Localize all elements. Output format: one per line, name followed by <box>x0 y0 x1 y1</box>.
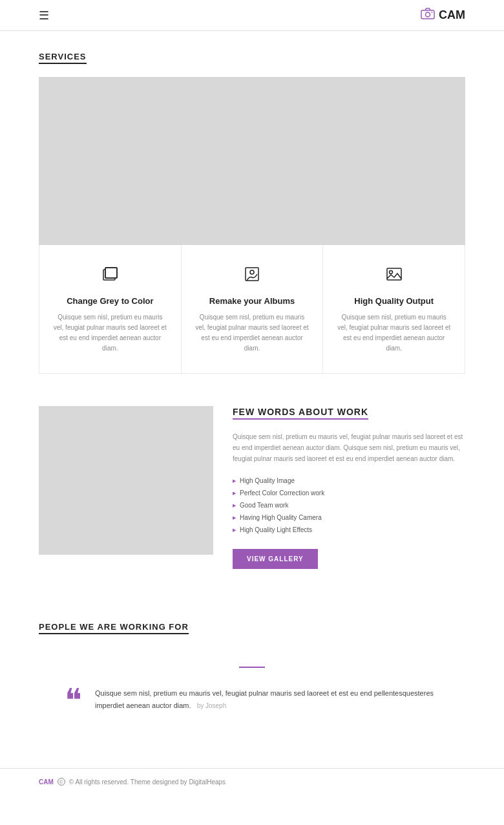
feature-list: High Quality Image Perfect Color Correct… <box>233 475 465 536</box>
camera-icon <box>421 8 435 23</box>
view-gallery-button[interactable]: VIEW GALLERY <box>233 549 318 569</box>
svg-rect-8 <box>387 268 401 280</box>
testimonial-text: Quisque sem nisl, pretium eu mauris vel,… <box>95 687 439 711</box>
about-content: FEW WORDS ABOUT WORK Quisque sem nisl, p… <box>233 406 465 569</box>
logo-text: CAM <box>439 8 465 22</box>
svg-rect-0 <box>421 10 434 19</box>
people-title: PEOPLE WE ARE WORKING FOR <box>39 622 189 634</box>
svg-point-7 <box>250 270 254 274</box>
testimonial-inner: ❝ Quisque sem nisl, pretium eu mauris ve… <box>39 687 465 716</box>
service-card-2-desc: Quisque sem nisl, pretium eu mauris vel,… <box>194 312 310 354</box>
svg-point-2 <box>432 12 433 13</box>
testimonial-author: by Joseph <box>197 702 227 709</box>
feature-item-4: Having High Quality Camera <box>233 511 465 524</box>
service-card-1-title: Change Grey to Color <box>52 296 168 306</box>
testimonial-container: ❝ Quisque sem nisl, pretium eu mauris ve… <box>39 647 465 723</box>
testimonial-divider <box>239 667 265 668</box>
quote-icon: ❝ <box>65 684 82 716</box>
color-change-icon <box>52 264 168 288</box>
feature-item-3: Good Team work <box>233 499 465 511</box>
service-card-3-title: High Quality Output <box>336 296 452 306</box>
service-card-2: Remake your Albums Quisque sem nisl, pre… <box>182 245 324 373</box>
hero-image <box>39 77 465 245</box>
footer: CAM © © All rights reserved. Theme desig… <box>0 768 504 795</box>
album-icon <box>194 264 310 288</box>
feature-item-5: High Quality Light Effects <box>233 524 465 536</box>
about-section: FEW WORDS ABOUT WORK Quisque sem nisl, p… <box>0 374 504 601</box>
about-title: FEW WORDS ABOUT WORK <box>233 407 368 420</box>
services-title: SERVICES <box>39 52 87 64</box>
feature-item-2: Perfect Color Correction work <box>233 487 465 499</box>
svg-rect-4 <box>105 268 117 278</box>
about-image <box>39 406 213 555</box>
feature-item-1: High Quality Image <box>233 475 465 487</box>
footer-copyright: © All rights reserved. Theme designed by… <box>69 778 226 786</box>
service-card-2-title: Remake your Albums <box>194 296 310 306</box>
output-icon <box>336 264 452 288</box>
about-desc: Quisque sem nisl, pretium eu mauris vel,… <box>233 431 465 464</box>
footer-brand: CAM <box>39 778 54 786</box>
service-card-1: Change Grey to Color Quisque sem nisl, p… <box>39 245 182 373</box>
people-section: PEOPLE WE ARE WORKING FOR ❝ Quisque sem … <box>0 601 504 749</box>
copyright-icon: © <box>58 778 65 786</box>
service-card-3: High Quality Output Quisque sem nisl, pr… <box>323 245 465 373</box>
menu-icon[interactable]: ☰ <box>39 8 49 23</box>
testimonial-body: Quisque sem nisl, pretium eu mauris vel,… <box>95 687 439 711</box>
logo: CAM <box>421 8 465 23</box>
svg-point-9 <box>389 271 392 274</box>
services-section: SERVICES Change Grey to Color Quisque se… <box>0 31 504 374</box>
header: ☰ CAM <box>0 0 504 31</box>
svg-point-1 <box>426 12 430 17</box>
service-cards: Change Grey to Color Quisque sem nisl, p… <box>39 245 465 374</box>
service-card-1-desc: Quisque sem nisl, pretium eu mauris vel,… <box>52 312 168 354</box>
service-card-3-desc: Quisque sem nisl, pretium eu mauris vel,… <box>336 312 452 354</box>
testimonial-quote: Quisque sem nisl, pretium eu mauris vel,… <box>95 689 434 709</box>
